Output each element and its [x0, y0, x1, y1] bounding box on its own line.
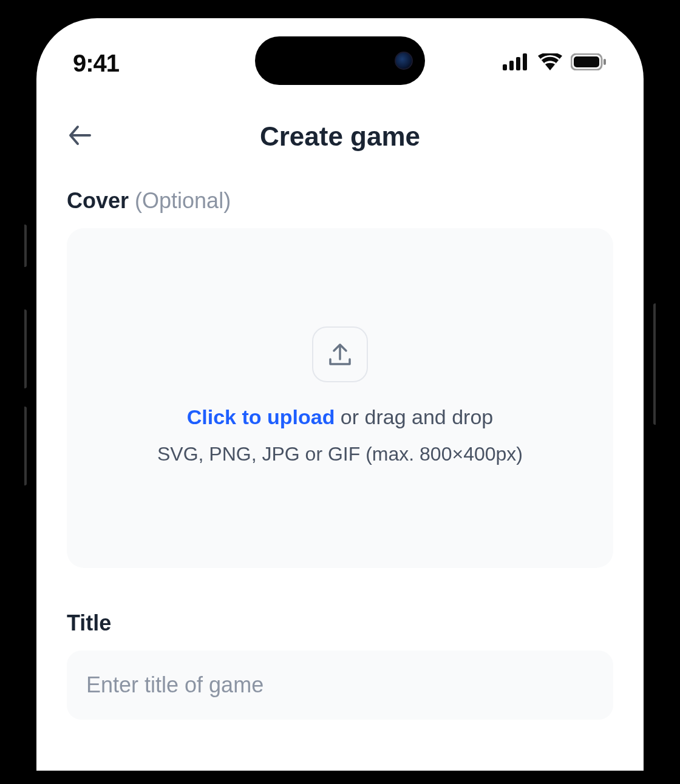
arrow-left-icon [67, 122, 93, 149]
upload-click-text: Click to upload [187, 405, 335, 428]
svg-rect-3 [523, 53, 527, 70]
cellular-signal-icon [503, 53, 529, 73]
nav-header: Create game [36, 85, 644, 170]
front-camera-icon [395, 52, 413, 70]
svg-rect-2 [516, 57, 520, 70]
svg-rect-1 [509, 61, 514, 70]
status-time: 9:41 [73, 50, 119, 77]
cover-field-label: Cover (Optional) [67, 188, 613, 214]
dynamic-island [255, 36, 425, 85]
cover-upload-zone[interactable]: Click to upload or drag and drop SVG, PN… [67, 228, 613, 568]
svg-rect-5 [574, 56, 599, 67]
upload-text: Click to upload or drag and drop SVG, PN… [157, 400, 523, 470]
upload-hint-text: SVG, PNG, JPG or GIF (max. 800×400px) [157, 439, 523, 470]
svg-rect-6 [604, 59, 606, 65]
page-title: Create game [67, 121, 613, 152]
cover-label-text: Cover [67, 188, 129, 213]
upload-icon-container [312, 326, 368, 382]
cover-optional-tag: (Optional) [135, 188, 231, 213]
title-input[interactable] [67, 651, 613, 720]
title-field-label: Title [67, 610, 613, 636]
wifi-icon [538, 53, 562, 73]
battery-icon [571, 53, 607, 73]
svg-rect-0 [503, 64, 507, 70]
upload-icon [327, 341, 353, 368]
upload-drag-text: or drag and drop [335, 405, 493, 428]
back-button[interactable] [67, 122, 93, 151]
